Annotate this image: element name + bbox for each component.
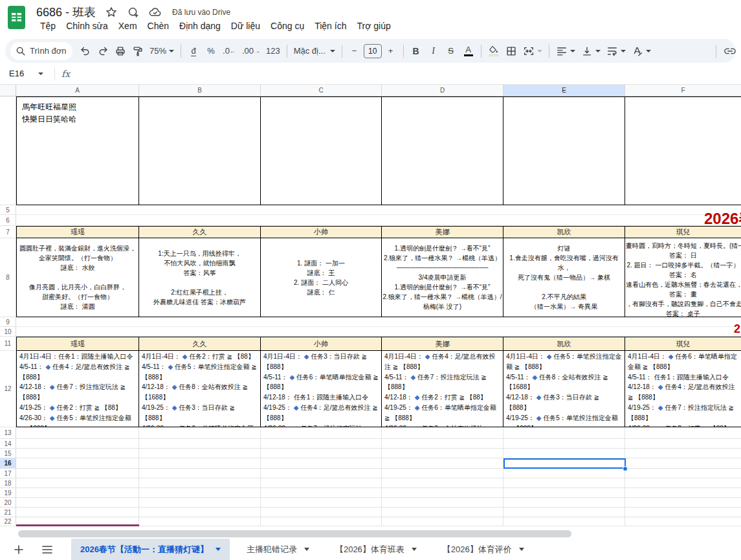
cell-C14[interactable]: [261, 439, 382, 449]
strikethrough-button[interactable]: S: [443, 42, 459, 60]
select-all-corner[interactable]: [0, 85, 16, 96]
cell-C19[interactable]: [261, 488, 382, 498]
cell-A12-tasks[interactable]: 4月1日-4日：任务1：跟随主播输入口令 4/5-11： ◆ 任务4：足/篮总有…: [16, 351, 139, 427]
cell-F20[interactable]: [625, 498, 741, 508]
cell-F16[interactable]: [625, 458, 741, 469]
cell-F15[interactable]: [625, 449, 741, 458]
menu-tools[interactable]: Công cụ: [265, 19, 309, 33]
cell-D14[interactable]: [382, 439, 503, 449]
column-header-F[interactable]: F: [625, 85, 741, 96]
paint-format-button[interactable]: [129, 42, 146, 60]
format-currency-button[interactable]: đ: [185, 42, 202, 60]
cell-B22[interactable]: [139, 517, 261, 526]
tab-caret-icon[interactable]: [519, 548, 524, 551]
cell-F18[interactable]: [625, 478, 741, 488]
menu-file[interactable]: Tệp: [35, 19, 61, 33]
cell-B11-name[interactable]: 久久: [139, 337, 261, 351]
all-sheets-button[interactable]: [38, 540, 57, 559]
cell-F8-riddle[interactable]: 畫時圓，寫時方；冬時短，夏時長。(猜一字) 答案： 日 2. 題目： 一口咬掉多…: [625, 238, 741, 317]
cell-F12-tasks[interactable]: 4月1日-4日： ◆ 任务6：单笔晒单指定金额 ≧ 【888】 4/5-11： …: [625, 351, 741, 427]
row-header-7[interactable]: 7: [0, 226, 16, 238]
cell-A15[interactable]: [16, 449, 139, 458]
cell-F1[interactable]: [625, 96, 741, 205]
sheet-tab-sports-review[interactable]: 【2026】体育评价: [434, 539, 533, 560]
cell-E15[interactable]: [503, 449, 625, 458]
cell-D22[interactable]: [382, 517, 503, 526]
cell-F17[interactable]: [625, 469, 741, 478]
tab-caret-icon[interactable]: [412, 548, 417, 551]
cell-C16[interactable]: [261, 458, 382, 469]
borders-button[interactable]: [503, 42, 520, 60]
cell-B17[interactable]: [139, 469, 261, 478]
cell-C20[interactable]: [261, 498, 382, 508]
cell-B16[interactable]: [139, 458, 261, 469]
cell-E21[interactable]: [503, 508, 625, 517]
print-button[interactable]: [112, 42, 129, 60]
cell-D12-tasks[interactable]: 4月1日-4日： ◆ 任务4：足/篮总有效投注 ≧ 【888】 4/5-11： …: [382, 351, 503, 427]
cell-D8-riddle[interactable]: 1.透明的劍是什麼劍？ →看不“見” 2.狼來了，猜一種水果？ →楊桃（羊逃） …: [382, 238, 503, 317]
selection-fill-handle[interactable]: [623, 466, 628, 471]
cell-E12-tasks[interactable]: 4月1日-4日： ◆ 任务5：单笔投注指定金额 ≧ 【888】 4/5-11： …: [503, 351, 625, 427]
cell-A1-banner[interactable]: 馬年旺旺福星照 快樂日日笑哈哈: [16, 96, 139, 205]
cell-A19[interactable]: [16, 488, 139, 498]
label-icon[interactable]: [127, 6, 140, 19]
increase-decimal-button[interactable]: .00→: [239, 42, 263, 60]
cell-B14[interactable]: [139, 439, 261, 449]
row-header-12[interactable]: 12: [0, 351, 16, 427]
cell-E1[interactable]: [503, 96, 625, 205]
font-size-input[interactable]: 10: [364, 44, 382, 58]
redo-button[interactable]: [94, 42, 111, 60]
fill-color-button[interactable]: [485, 42, 502, 60]
selected-cell-outline[interactable]: [503, 458, 626, 469]
cell-C15[interactable]: [261, 449, 382, 458]
column-header-B[interactable]: B: [139, 85, 261, 96]
cell-A20[interactable]: [16, 498, 139, 508]
cell-D11-name[interactable]: 美娜: [382, 337, 503, 351]
menu-data[interactable]: Dữ liệu: [226, 19, 265, 33]
row-header-18[interactable]: 18: [0, 478, 16, 488]
row-header-17[interactable]: 17: [0, 469, 16, 478]
vertical-align-button[interactable]: [579, 42, 603, 60]
row-header-13[interactable]: 13: [0, 427, 16, 439]
cell-A14[interactable]: [16, 439, 139, 449]
cell-C21[interactable]: [261, 508, 382, 517]
column-header-C[interactable]: C: [261, 85, 382, 96]
decrease-font-size-button[interactable]: −: [346, 42, 363, 60]
cell-D7-name[interactable]: 美娜: [382, 226, 503, 238]
cell-D20[interactable]: [382, 498, 503, 508]
cells-row-10[interactable]: [16, 327, 741, 337]
italic-button[interactable]: I: [425, 42, 442, 60]
cell-F13[interactable]: [625, 427, 741, 439]
row-header-5[interactable]: 5: [0, 205, 16, 215]
cell-A21[interactable]: [16, 508, 139, 517]
cell-E22[interactable]: [503, 517, 625, 526]
document-title[interactable]: 6686 - 班表: [36, 5, 96, 20]
menu-edit[interactable]: Chỉnh sửa: [61, 19, 113, 33]
cells-row-5[interactable]: [16, 205, 741, 215]
sheet-tab-sports-schedule[interactable]: 【2026】体育班表: [326, 539, 426, 560]
cell-E14[interactable]: [503, 439, 625, 449]
row-header-1-4[interactable]: [0, 96, 16, 205]
row-header-15[interactable]: 15: [0, 449, 16, 458]
cell-B7-name[interactable]: 久久: [139, 226, 261, 238]
format-percent-button[interactable]: %: [203, 42, 219, 60]
cell-A13[interactable]: [16, 427, 139, 439]
cell-D18[interactable]: [382, 478, 503, 488]
row-header-20[interactable]: 20: [0, 498, 16, 508]
menu-view[interactable]: Xem: [113, 19, 142, 33]
cell-A8-riddle[interactable]: 圓圓肚子裡，裝滿金銀財，進火洗個澡， 全家笑開懷。（打一食物） 謎底： 水餃 像…: [16, 238, 139, 317]
cell-B20[interactable]: [139, 498, 261, 508]
row-header-6[interactable]: 6: [0, 215, 16, 226]
row-header-10[interactable]: 10: [0, 327, 16, 337]
cell-B18[interactable]: [139, 478, 261, 488]
column-header-E-selected[interactable]: E: [503, 85, 625, 96]
undo-button[interactable]: [77, 42, 94, 60]
text-color-button[interactable]: A: [460, 42, 477, 60]
row-header-14[interactable]: 14: [0, 439, 16, 449]
cell-D15[interactable]: [382, 449, 503, 458]
cell-C1[interactable]: [261, 96, 382, 205]
cell-B1[interactable]: [139, 96, 261, 205]
row-header-22[interactable]: 22: [0, 517, 16, 526]
row-header-21[interactable]: 21: [0, 508, 16, 517]
cell-B19[interactable]: [139, 488, 261, 498]
